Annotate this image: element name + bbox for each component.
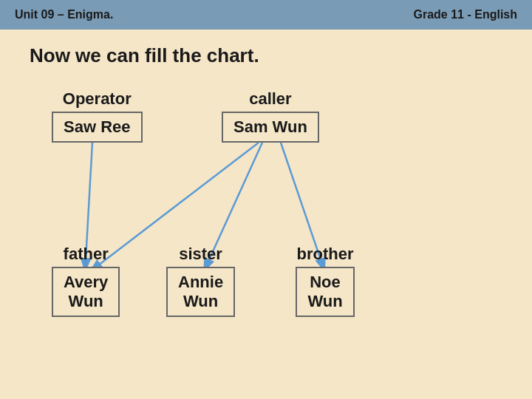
page-subtitle: Now we can fill the chart. [30,44,502,67]
brother-box: NoeWun [296,267,355,317]
page-header: Unit 09 – Enigma. Grade 11 - English [0,0,532,30]
unit-title: Unit 09 – Enigma. [15,8,113,21]
father-box: AveryWun [52,267,120,317]
chart-area: Operator Saw Ree caller Sam Wun [30,89,502,326]
sister-label: sister [179,245,222,264]
main-content: Now we can fill the chart. Operator Saw … [0,30,532,341]
sister-box: AnnieWun [166,267,235,317]
father-label: father [64,245,109,264]
brother-label: brother [297,245,354,264]
grade-title: Grade 11 - English [414,8,517,21]
